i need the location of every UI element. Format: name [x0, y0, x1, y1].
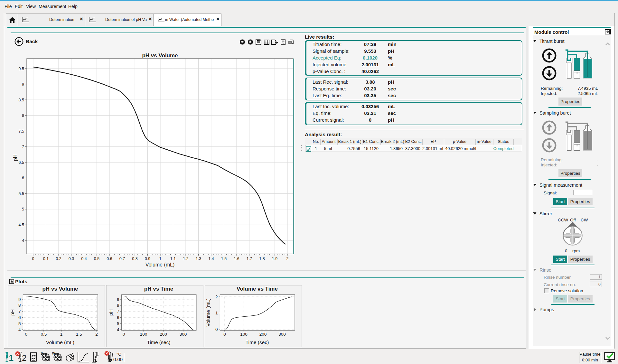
svg-text:4.5: 4.5 — [19, 223, 24, 227]
svg-text:pH: pH — [10, 309, 15, 316]
svg-text:5.5: 5.5 — [19, 191, 24, 196]
svg-text:5: 5 — [117, 321, 119, 326]
svg-text:1.2: 1.2 — [183, 257, 188, 261]
svg-text:2: 2 — [215, 294, 218, 299]
svg-text:4: 4 — [117, 327, 119, 332]
svg-text:9: 9 — [18, 297, 21, 302]
svg-text:200: 200 — [160, 332, 167, 337]
svg-text:1.7: 1.7 — [247, 257, 252, 261]
svg-text:1: 1 — [60, 332, 63, 337]
svg-text:100: 100 — [240, 332, 248, 337]
svg-text:0.7: 0.7 — [119, 257, 125, 261]
svg-text:8: 8 — [22, 113, 24, 118]
svg-text:0: 0 — [223, 332, 226, 337]
svg-text:0.4: 0.4 — [81, 257, 87, 261]
svg-text:0.2: 0.2 — [56, 257, 61, 261]
svg-text:2: 2 — [95, 332, 98, 337]
svg-text:7: 7 — [22, 145, 24, 149]
svg-text:0.3: 0.3 — [69, 257, 74, 261]
svg-text:1.8: 1.8 — [259, 257, 265, 261]
svg-text:1.5: 1.5 — [76, 332, 82, 337]
svg-text:1.5: 1.5 — [221, 257, 227, 261]
svg-text:100: 100 — [140, 332, 147, 337]
svg-text:300: 300 — [278, 332, 286, 337]
svg-text:1.1: 1.1 — [170, 257, 176, 261]
svg-text:7: 7 — [117, 309, 119, 314]
svg-text:2: 2 — [286, 257, 289, 261]
svg-text:pH vs Volume: pH vs Volume — [42, 286, 78, 292]
svg-text:9: 9 — [22, 82, 24, 87]
svg-text:pH: pH — [13, 154, 18, 161]
svg-text:0: 0 — [25, 332, 27, 337]
svg-text:5: 5 — [22, 207, 24, 211]
svg-text:Volume vs Time: Volume vs Time — [237, 286, 278, 292]
svg-text:6: 6 — [22, 176, 24, 180]
svg-text:1.3: 1.3 — [196, 257, 201, 261]
svg-text:1: 1 — [215, 311, 218, 315]
svg-text:Volume (mL): Volume (mL) — [46, 340, 74, 345]
svg-text:Time (sec): Time (sec) — [246, 340, 269, 345]
svg-text:0: 0 — [215, 327, 218, 332]
svg-text:300: 300 — [180, 332, 187, 337]
svg-text:4: 4 — [22, 238, 24, 243]
svg-text:Volume (mL): Volume (mL) — [205, 298, 211, 327]
svg-text:7: 7 — [18, 309, 21, 314]
svg-text:5: 5 — [18, 321, 21, 326]
svg-text:Time (sec): Time (sec) — [147, 340, 171, 345]
svg-text:0.5: 0.5 — [41, 332, 47, 337]
svg-text:0.9: 0.9 — [145, 257, 150, 261]
svg-text:1: 1 — [9, 353, 14, 363]
svg-text:0: 0 — [32, 257, 34, 261]
svg-text:0: 0 — [123, 332, 125, 337]
svg-text:1: 1 — [159, 257, 162, 261]
svg-text:8: 8 — [117, 303, 119, 308]
svg-text:pH: pH — [108, 309, 114, 316]
svg-text:0.1: 0.1 — [43, 257, 49, 261]
svg-text:0.8: 0.8 — [132, 257, 137, 261]
svg-text:1.6: 1.6 — [234, 257, 239, 261]
svg-text:6.5: 6.5 — [19, 160, 24, 165]
svg-text:1.9: 1.9 — [272, 257, 277, 261]
svg-text:200: 200 — [259, 332, 267, 337]
svg-text:8: 8 — [18, 303, 21, 308]
svg-text:6: 6 — [117, 315, 119, 320]
svg-text:6: 6 — [18, 315, 21, 320]
svg-text:0.5: 0.5 — [94, 257, 99, 261]
svg-text:7.5: 7.5 — [19, 129, 24, 134]
svg-text:9: 9 — [117, 297, 119, 302]
svg-text:9.5: 9.5 — [19, 67, 24, 71]
svg-text:2: 2 — [22, 353, 26, 363]
svg-text:Volume (mL): Volume (mL) — [145, 262, 175, 267]
svg-text:4: 4 — [18, 327, 21, 332]
svg-text:8.5: 8.5 — [19, 98, 24, 102]
svg-text:pH vs Time: pH vs Time — [144, 286, 173, 292]
svg-text:0.6: 0.6 — [107, 257, 112, 261]
svg-text:1.4: 1.4 — [208, 257, 214, 261]
